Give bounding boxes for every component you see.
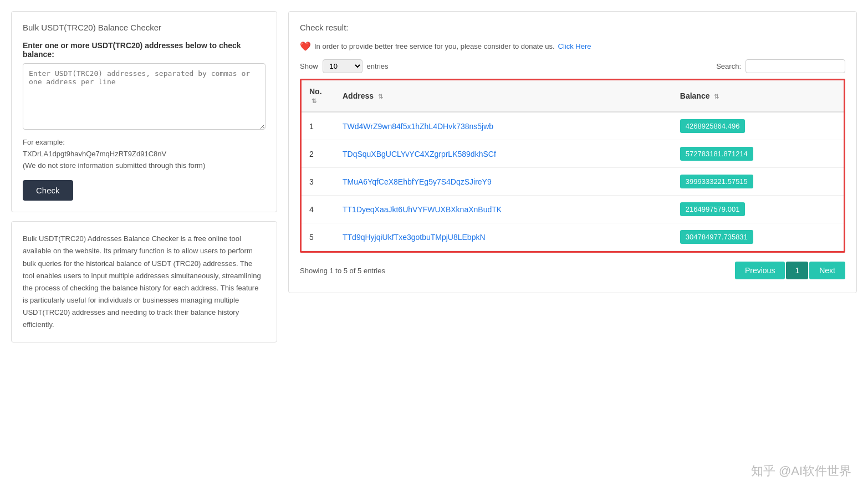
cell-no: 1	[302, 112, 335, 140]
cell-balance: 2164997579.001	[672, 196, 844, 223]
cell-address: TWd4WrZ9wn84f5x1hZhL4DHvk738ns5jwb	[335, 112, 672, 140]
sort-icon-address: ⇅	[378, 93, 383, 100]
search-control: Search:	[716, 59, 845, 73]
table-row: 2 TDqSquXBgUCLYvYC4XZgrprLK589dkhSCf 572…	[302, 140, 844, 168]
sort-icon-balance: ⇅	[714, 93, 719, 100]
example-label: For example:	[23, 138, 65, 146]
donate-text: In order to provide better free service …	[314, 42, 555, 50]
description-text: Bulk USDT(TRC20) Addresses Balance Check…	[23, 233, 265, 331]
pagination-buttons: Previous 1 Next	[735, 262, 845, 279]
show-entries-control: Show 10 25 50 100 entries	[300, 59, 389, 73]
search-label: Search:	[716, 62, 741, 70]
table-controls: Show 10 25 50 100 entries Search:	[300, 59, 845, 73]
donate-bar: ❤️ In order to provide better free servi…	[300, 41, 845, 52]
balance-badge: 304784977.735831	[680, 230, 753, 244]
balance-badge: 4268925864.496	[680, 119, 746, 133]
cell-address: TMuA6YqfCeX8EhbfYEg5y7S4DqzSJireY9	[335, 168, 672, 196]
showing-text: Showing 1 to 5 of 5 entries	[300, 267, 385, 275]
donate-link[interactable]: Click Here	[558, 42, 591, 50]
result-table: No. ⇅ Address ⇅ Balance ⇅ 1	[302, 80, 844, 251]
cell-address: TT1DyeqXaaJkt6UhVYFWUXBXknaXnBudTK	[335, 196, 672, 223]
table-row: 5 TTd9qHyjqiUkfTxe3gotbuTMpjU8LEbpkN 304…	[302, 223, 844, 251]
form-label: Enter one or more USDT(TRC20) addresses …	[23, 41, 265, 59]
address-link[interactable]: TMuA6YqfCeX8EhbfYEg5y7S4DqzSJireY9	[343, 177, 492, 186]
col-address[interactable]: Address ⇅	[335, 80, 672, 112]
entries-label: entries	[367, 62, 389, 70]
entries-select[interactable]: 10 25 50 100	[323, 59, 362, 73]
active-page-button[interactable]: 1	[786, 262, 808, 279]
cell-no: 5	[302, 223, 335, 251]
col-balance[interactable]: Balance ⇅	[672, 80, 844, 112]
cell-balance: 3999333221.57515	[672, 168, 844, 196]
balance-badge: 572783181.871214	[680, 147, 753, 161]
example-address: TXDrLA1dpgt9havhQe7mqHzRT9Zd91C8nV	[23, 150, 166, 158]
balance-badge: 3999333221.57515	[680, 175, 753, 188]
address-link[interactable]: TDqSquXBgUCLYvYC4XZgrprLK589dkhSCf	[343, 150, 496, 158]
address-link[interactable]: TT1DyeqXaaJkt6UhVYFWUXBXknaXnBudTK	[343, 205, 502, 214]
col-no[interactable]: No. ⇅	[302, 80, 335, 112]
cell-no: 2	[302, 140, 335, 168]
address-link[interactable]: TWd4WrZ9wn84f5x1hZhL4DHvk738ns5jwb	[343, 122, 493, 131]
cell-balance: 4268925864.496	[672, 112, 844, 140]
cell-address: TDqSquXBgUCLYvYC4XZgrprLK589dkhSCf	[335, 140, 672, 168]
check-button[interactable]: Check	[23, 180, 73, 201]
prev-button[interactable]: Previous	[735, 262, 785, 279]
cell-address: TTd9qHyjqiUkfTxe3gotbuTMpjU8LEbpkN	[335, 223, 672, 251]
left-panel-title: Bulk USDT(TRC20) Balance Checker	[23, 23, 265, 32]
table-row: 1 TWd4WrZ9wn84f5x1hZhL4DHvk738ns5jwb 426…	[302, 112, 844, 140]
search-input[interactable]	[746, 59, 845, 73]
pagination-row: Showing 1 to 5 of 5 entries Previous 1 N…	[300, 259, 845, 282]
address-input[interactable]	[23, 63, 265, 130]
table-row: 4 TT1DyeqXaaJkt6UhVYFWUXBXknaXnBudTK 216…	[302, 196, 844, 223]
cell-balance: 572783181.871214	[672, 140, 844, 168]
address-link[interactable]: TTd9qHyjqiUkfTxe3gotbuTMpjU8LEbpkN	[343, 233, 486, 242]
cell-no: 4	[302, 196, 335, 223]
table-header-row: No. ⇅ Address ⇅ Balance ⇅	[302, 80, 844, 112]
example-note: (We do not store information submitted t…	[23, 161, 205, 170]
show-label: Show	[300, 62, 318, 70]
result-table-wrapper: No. ⇅ Address ⇅ Balance ⇅ 1	[300, 79, 845, 253]
cell-balance: 304784977.735831	[672, 223, 844, 251]
sort-icon-no: ⇅	[312, 98, 316, 104]
example-section: For example: TXDrLA1dpgt9havhQe7mqHzRT9Z…	[23, 137, 265, 171]
table-row: 3 TMuA6YqfCeX8EhbfYEg5y7S4DqzSJireY9 399…	[302, 168, 844, 196]
next-button[interactable]: Next	[809, 262, 845, 279]
result-title: Check result:	[300, 23, 845, 32]
cell-no: 3	[302, 168, 335, 196]
heart-icon: ❤️	[300, 41, 311, 52]
balance-badge: 2164997579.001	[680, 202, 746, 216]
